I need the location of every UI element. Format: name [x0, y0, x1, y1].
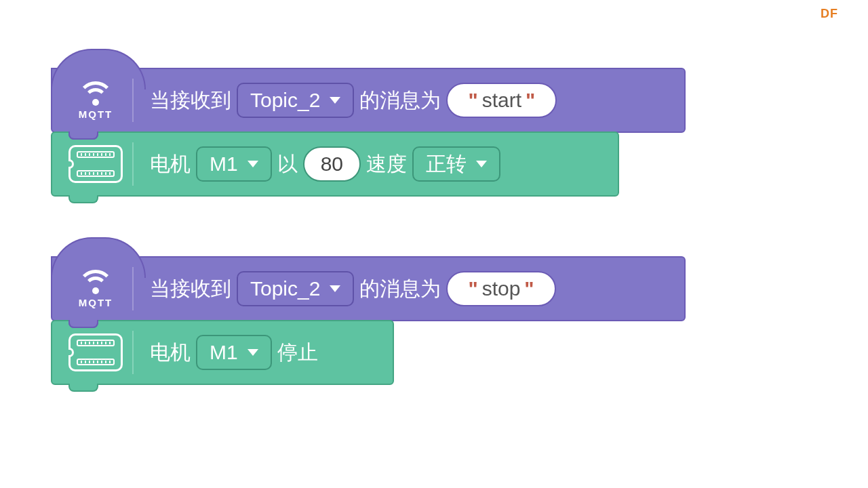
topic-dropdown-value: Topic_2: [250, 89, 320, 112]
script-group-2: MQTT 当接收到 Topic_2 的消息为 " stop " 电机 M1: [51, 256, 686, 385]
quote-mark: ": [524, 277, 534, 300]
chevron-down-icon: [330, 285, 340, 292]
topic-dropdown[interactable]: Topic_2: [237, 83, 354, 118]
stop-label: 停止: [277, 339, 318, 367]
board-icon-wrap: [62, 321, 130, 384]
mqtt-receive-hat-block[interactable]: MQTT 当接收到 Topic_2 的消息为 " stop ": [51, 256, 686, 321]
hat-text-mid: 的消息为: [359, 87, 441, 115]
direction-dropdown-value: 正转: [426, 150, 467, 178]
board-icon: [68, 145, 123, 183]
chevron-down-icon: [248, 161, 258, 167]
motor-dropdown-value: M1: [210, 152, 238, 176]
divider: [132, 79, 134, 122]
message-value: start: [482, 89, 521, 112]
mqtt-label: MQTT: [79, 297, 113, 308]
hat-text-prefix: 当接收到: [150, 275, 231, 303]
wifi-icon: [77, 81, 114, 107]
chevron-down-icon: [476, 161, 487, 167]
message-input[interactable]: " stop ": [446, 271, 555, 306]
mqtt-label: MQTT: [79, 108, 113, 120]
quote-mark: ": [468, 89, 477, 112]
motor-dropdown[interactable]: M1: [196, 335, 272, 370]
message-input[interactable]: " start ": [446, 83, 557, 118]
mqtt-icon: MQTT: [62, 258, 130, 320]
motor-dropdown-value: M1: [210, 341, 238, 364]
chevron-down-icon: [330, 97, 340, 104]
at-label: 以: [277, 150, 298, 178]
mqtt-receive-hat-block[interactable]: MQTT 当接收到 Topic_2 的消息为 " start ": [51, 68, 686, 133]
motor-label: 电机: [150, 150, 191, 178]
block-notch: [68, 195, 98, 203]
speed-input[interactable]: 80: [303, 146, 361, 182]
watermark: DF: [821, 7, 838, 21]
motor-run-block[interactable]: 电机 M1 以 80 速度 正转: [51, 131, 619, 197]
hat-text-mid: 的消息为: [359, 275, 441, 303]
topic-dropdown-value: Topic_2: [250, 277, 320, 300]
quote-mark: ": [526, 89, 535, 112]
board-icon-wrap: [62, 133, 130, 195]
wifi-icon: [77, 270, 114, 296]
speed-value: 80: [321, 152, 343, 176]
chevron-down-icon: [248, 349, 258, 356]
message-value: stop: [482, 277, 521, 300]
speed-label: 速度: [366, 150, 407, 178]
motor-dropdown[interactable]: M1: [196, 146, 272, 182]
motor-label: 电机: [150, 339, 191, 367]
direction-dropdown[interactable]: 正转: [412, 146, 500, 182]
divider: [132, 142, 134, 186]
board-icon: [68, 333, 123, 371]
divider: [132, 267, 134, 310]
script-group-1: MQTT 当接收到 Topic_2 的消息为 " start " 电机 M1: [51, 68, 686, 197]
hat-text-prefix: 当接收到: [150, 87, 231, 115]
mqtt-icon: MQTT: [62, 69, 130, 131]
motor-stop-block[interactable]: 电机 M1 停止: [51, 320, 394, 385]
quote-mark: ": [468, 277, 477, 300]
block-notch: [68, 384, 98, 392]
divider: [132, 331, 134, 374]
topic-dropdown[interactable]: Topic_2: [237, 271, 354, 306]
